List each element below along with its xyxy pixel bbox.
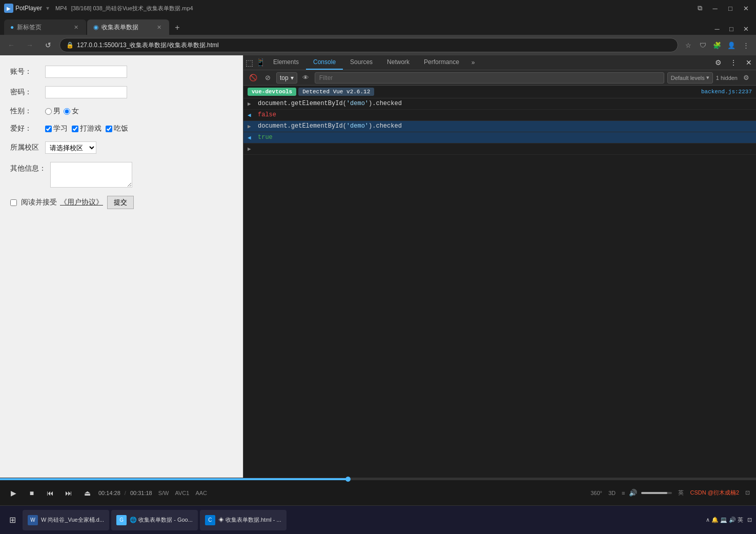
eject-button[interactable]: ⏏ [80, 486, 94, 500]
entry-arrow-3[interactable]: ▶ [248, 122, 256, 130]
notification-icon[interactable]: ⊡ [747, 517, 752, 523]
stop-button[interactable]: ■ [25, 486, 39, 500]
account-label: 账号： [10, 67, 41, 76]
gender-female-label: 女 [64, 107, 79, 116]
lang-control[interactable]: 英 [678, 489, 684, 497]
console-entry-1: ▶ document.getElementById('demo').checke… [243, 98, 756, 110]
tab-network[interactable]: Network [380, 55, 417, 70]
entry-arrow-false: ◀ [248, 111, 256, 118]
title-bar: ▶ PotPlayer ▾ MP4 [38/168] 038_尚硅谷Vue技术_… [0, 0, 756, 16]
tab-close-button[interactable]: ✕ [72, 23, 80, 31]
console-clear-button[interactable]: 🚫 [248, 72, 259, 84]
school-select[interactable]: 请选择校区 [45, 141, 96, 154]
school-row: 所属校区 请选择校区 [10, 141, 233, 154]
file-info: [38/168] 038_尚硅谷Vue技术_收集表单数据.mp4 [71, 5, 193, 12]
default-levels-label: Default levels [671, 75, 705, 81]
default-levels-button[interactable]: Default levels ▾ [667, 72, 713, 84]
webpage-content: 账号： 密码： 性别： 男 女 爱好： 学习 [0, 55, 243, 478]
browser-close-button[interactable]: ✕ [740, 23, 752, 35]
prompt-arrow-icon: ▶ [248, 145, 256, 152]
console-stop-button[interactable]: ⊘ [262, 72, 273, 84]
gender-male-label: 男 [45, 107, 60, 116]
tab-favicon: ● [10, 24, 14, 31]
prev-button[interactable]: ⏮ [43, 486, 57, 500]
browser-tab-form[interactable]: ◉ 收集表单数据 ✕ [87, 19, 169, 35]
password-label: 密码： [10, 88, 41, 97]
tab-close-button[interactable]: ✕ [155, 23, 163, 31]
console-prompt-input[interactable] [258, 145, 752, 152]
play-button[interactable]: ▶ [6, 486, 21, 500]
devtools-settings-icon[interactable]: ⚙ [711, 55, 725, 70]
refresh-button[interactable]: ↺ [41, 38, 55, 52]
tab-elements[interactable]: Elements [266, 55, 306, 70]
other-textarea[interactable] [50, 162, 132, 188]
next-button[interactable]: ⏭ [62, 486, 76, 500]
close-button[interactable]: ✕ [740, 2, 752, 14]
submit-button[interactable]: 提交 [107, 196, 134, 209]
hobby-study-checkbox[interactable] [45, 126, 52, 132]
browser-minimize-button[interactable]: ─ [711, 23, 723, 35]
start-button[interactable]: ⊞ [4, 512, 21, 528]
browser-tab-bar: ● 新标签页 ✕ ◉ 收集表单数据 ✕ + ─ □ ✕ [0, 16, 756, 35]
browser-tab-newtab[interactable]: ● 新标签页 ✕ [4, 19, 86, 35]
progress-track[interactable] [0, 478, 756, 480]
devtools-device-button[interactable]: 📱 [255, 57, 266, 68]
agreement-checkbox[interactable] [10, 199, 17, 206]
tab-more[interactable]: » [466, 56, 480, 69]
menu-icon[interactable]: ⋮ [740, 39, 752, 51]
extensions-icon[interactable]: 🧩 [711, 39, 723, 51]
devtools-tab-bar: ⬚ 📱 Elements Console Sources Network Per… [243, 55, 756, 70]
progress-thumb[interactable] [345, 477, 351, 482]
taskbar-item-vscode[interactable]: C ◈ 收集表单数据.html - ... [200, 510, 287, 530]
devtools-more-icon[interactable]: ⋮ [726, 55, 741, 70]
pip-button[interactable]: ⧉ [693, 2, 706, 14]
console-content: vue-devtools Detected Vue v2.6.12 backen… [243, 86, 756, 478]
tab-sources[interactable]: Sources [343, 55, 380, 70]
account-input[interactable] [45, 66, 127, 78]
gender-male-radio[interactable] [45, 108, 52, 115]
shield-icon[interactable]: 🛡 [697, 39, 709, 51]
hobby-study-label: 学习 [45, 124, 68, 133]
hobby-food-checkbox[interactable] [106, 126, 112, 132]
forward-button[interactable]: → [23, 38, 37, 52]
agreement-link[interactable]: 《用户协议》 [60, 198, 103, 207]
taskbar-item-chrome[interactable]: G 🌐 收集表单数据 - Goo... [111, 510, 198, 530]
agreement-prefix: 阅读并接受 [21, 198, 57, 207]
console-eye-button[interactable]: 👁 [300, 72, 312, 84]
minimize-button[interactable]: ─ [709, 2, 721, 14]
console-source-link[interactable]: backend.js:2237 [701, 89, 752, 95]
hobby-game-checkbox[interactable] [72, 126, 78, 132]
taskbar-vscode-label: ◈ 收集表单数据.html - ... [218, 516, 281, 524]
progress-fill [0, 478, 348, 480]
maximize-button[interactable]: □ [724, 2, 737, 14]
console-context-dropdown[interactable]: top ▾ [276, 72, 297, 84]
url-bar[interactable]: 🔒 127.0.0.1:5500/13_收集表单数据/收集表单数据.html [59, 38, 678, 52]
devtools-inspect-button[interactable]: ⬚ [243, 57, 255, 68]
hobby-food-label: 吃饭 [106, 124, 128, 133]
console-settings-icon[interactable]: ⚙ [741, 72, 752, 84]
screen-control[interactable]: ⊡ [745, 489, 750, 496]
taskbar-item-word[interactable]: W W 尚硅谷_Vue全家桶.d... [23, 510, 109, 530]
password-input[interactable] [45, 86, 127, 98]
devtools-close-icon[interactable]: ✕ [742, 55, 756, 70]
eq-control[interactable]: ≡ [622, 490, 625, 496]
angle-control[interactable]: 360° [590, 490, 602, 496]
volume-bar[interactable] [641, 492, 672, 494]
browser-maximize-button[interactable]: □ [725, 23, 738, 35]
3d-control[interactable]: 3D [608, 490, 616, 496]
entry-arrow-1[interactable]: ▶ [248, 100, 256, 107]
gender-female-radio[interactable] [64, 108, 70, 115]
tab-performance[interactable]: Performance [417, 55, 466, 70]
window-controls: ⧉ ─ □ ✕ [693, 2, 752, 14]
star-icon[interactable]: ☆ [682, 39, 694, 51]
profile-icon[interactable]: 👤 [725, 39, 738, 51]
console-filter-input[interactable] [315, 72, 664, 84]
media-bar: ▶ ■ ⏮ ⏭ ⏏ 00:14:28 / 00:31:18 S/W AVC1 A… [0, 478, 756, 505]
new-tab-button[interactable]: + [170, 20, 185, 35]
tab-console[interactable]: Console [306, 55, 343, 70]
hobby-group: 学习 打游戏 吃饭 [45, 124, 128, 133]
back-button[interactable]: ← [4, 38, 18, 52]
app-title: ▶ PotPlayer ▾ [4, 4, 51, 13]
speaker-icon[interactable]: 🔊 [629, 489, 637, 497]
format-aac: AAC [195, 490, 207, 496]
